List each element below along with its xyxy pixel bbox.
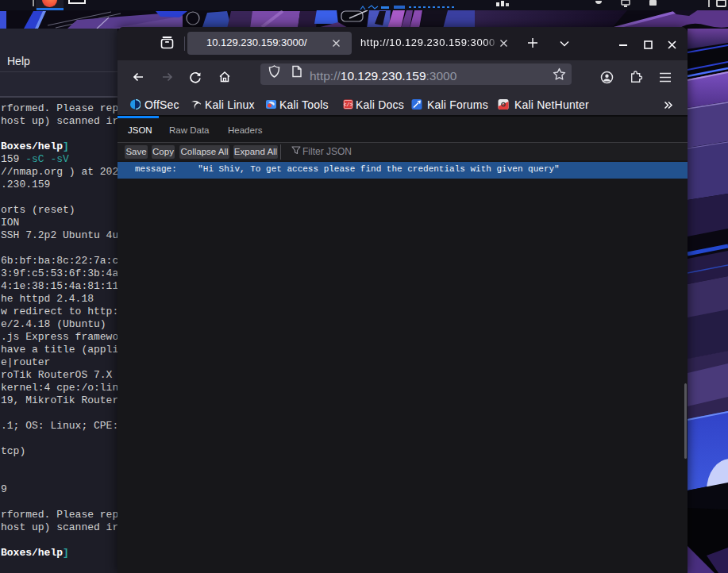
svg-text:</>: </> (344, 102, 353, 108)
